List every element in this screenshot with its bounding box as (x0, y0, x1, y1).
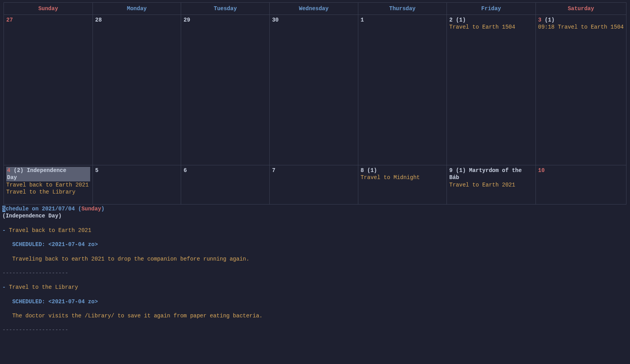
day-header-friday: Friday (447, 3, 536, 15)
schedule-separator: -------------------- (2, 326, 628, 333)
blank-line (2, 305, 628, 312)
calendar-week-row: 4 (2) Independence Day Travel back to Ea… (4, 165, 626, 205)
day-number: 7 (272, 167, 275, 174)
schedule-title-day: Sunday (82, 206, 101, 212)
day-header-line: 28 (95, 16, 179, 24)
calendar-day-cell[interactable]: 29 (181, 15, 270, 165)
schedule-item-title-text: Travel back to Earth 2021 (9, 227, 91, 234)
calendar-week-row: 27 28 29 30 1 2 (1)Travel to Earth 1504 … (4, 15, 626, 165)
schedule-separator: -------------------- (2, 270, 628, 277)
calendar-day-cell[interactable]: 5 (93, 165, 181, 205)
calendar-day-cell[interactable]: 4 (2) Independence Day Travel back to Ea… (4, 165, 93, 205)
schedule-title-close: ) (101, 206, 104, 212)
day-header-line: 1 (361, 16, 444, 24)
day-header-line: 3 (1) (538, 16, 624, 24)
day-header-line: 6 (183, 167, 267, 174)
day-number: 30 (272, 17, 279, 23)
day-header-line: 9 (1) Martyrdom of the Báb (449, 167, 533, 181)
day-number: 29 (183, 17, 190, 23)
blank-line (2, 248, 628, 255)
calendar-day-cell[interactable]: 27 (4, 15, 93, 165)
day-number: 10 (538, 167, 545, 174)
schedule-item-title[interactable]: - Travel back to Earth 2021 (2, 227, 628, 234)
day-header-line: 30 (272, 16, 356, 24)
blank-line (2, 319, 628, 326)
day-header-line: 2 (1) (449, 16, 533, 24)
day-number: 6 (183, 167, 187, 174)
schedule-item-scheduled: SCHEDULED: <2021-07-04 zo> (2, 298, 628, 305)
day-number: 8 (361, 167, 364, 174)
day-header-monday: Monday (93, 3, 181, 15)
schedule-item-title-text: Travel to the Library (9, 284, 78, 290)
calendar-header-row: SundayMondayTuesdayWednesdayThursdayFrid… (4, 3, 626, 15)
day-header-tuesday: Tuesday (181, 3, 270, 15)
calendar-grid: SundayMondayTuesdayWednesdayThursdayFrid… (4, 2, 626, 205)
bullet: - (2, 284, 9, 290)
day-header-line: 4 (2) Independence Day (6, 167, 90, 181)
day-header-line: 8 (1) (361, 167, 444, 174)
calendar-day-cell[interactable]: 8 (1)Travel to Midnight (358, 165, 447, 205)
blank-line (2, 234, 628, 241)
calendar-day-cell[interactable]: 6 (181, 165, 270, 205)
schedule-item-title[interactable]: - Travel to the Library (2, 284, 628, 291)
calendar-day-cell[interactable]: 9 (1) Martyrdom of the BábTravel to Eart… (447, 165, 536, 205)
day-header-wednesday: Wednesday (269, 3, 358, 15)
schedule-panel: Schedule on 2021/07/04 (Sunday)(Independ… (0, 205, 630, 333)
blank-line (2, 220, 628, 227)
calendar-day-cell[interactable]: 28 (93, 15, 181, 165)
calendar-event[interactable]: Travel to the Library (6, 188, 90, 196)
schedule-title-text: chedule on 2021/07/04 ( (5, 206, 81, 212)
schedule-item-scheduled: SCHEDULED: <2021-07-04 zo> (2, 241, 628, 248)
calendar-event[interactable]: Travel back to Earth 2021 (6, 181, 90, 188)
calendar-event[interactable]: Travel to Earth 1504 (449, 24, 533, 31)
day-header-thursday: Thursday (358, 3, 447, 15)
schedule-title: Schedule on 2021/07/04 (Sunday) (2, 205, 628, 212)
schedule-subtitle: (Independence Day) (2, 212, 628, 219)
calendar-day-cell[interactable]: 2 (1)Travel to Earth 1504 (447, 15, 536, 165)
day-header-line: 27 (6, 16, 90, 24)
day-header-saturday: Saturday (536, 3, 626, 15)
calendar-event[interactable]: 09:18 Travel to Earth 1504 (538, 24, 624, 31)
calendar-day-cell[interactable]: 30 (269, 15, 358, 165)
calendar-day-cell[interactable]: 7 (269, 165, 358, 205)
bullet: - (2, 227, 9, 234)
blank-line (2, 277, 628, 284)
day-number: 27 (6, 17, 13, 23)
day-number: 3 (538, 17, 541, 23)
blank-line (2, 291, 628, 298)
day-header-line: 10 (538, 167, 624, 174)
day-header-sunday: Sunday (4, 3, 93, 15)
calendar-event[interactable]: Travel to Earth 2021 (449, 181, 533, 188)
blank-line (2, 263, 628, 270)
calendar-day-cell[interactable]: 1 (358, 15, 447, 165)
schedule-item-body: The doctor visits the /Library/ to save … (2, 312, 628, 319)
schedule-item-body: Traveling back to earth 2021 to drop the… (2, 255, 628, 263)
selected-day-highlight: 4 (2) Independence Day (6, 167, 90, 181)
calendar-day-cell[interactable]: 3 (1)09:18 Travel to Earth 1504 (536, 15, 626, 165)
day-header-line: 29 (183, 16, 267, 24)
day-header-line: 7 (272, 167, 356, 174)
event-count: (1) (364, 167, 377, 174)
day-number: 1 (361, 17, 364, 23)
event-count: (1) (452, 167, 466, 174)
day-number: 28 (95, 17, 102, 23)
calendar-day-cell[interactable]: 10 (536, 165, 626, 205)
event-count: (1) (541, 17, 555, 23)
calendar-event[interactable]: Travel to Midnight (361, 174, 444, 181)
day-number: 5 (95, 167, 98, 174)
event-count: (1) (452, 17, 466, 23)
day-header-line: 5 (95, 167, 179, 174)
event-count: (2) (10, 167, 24, 174)
